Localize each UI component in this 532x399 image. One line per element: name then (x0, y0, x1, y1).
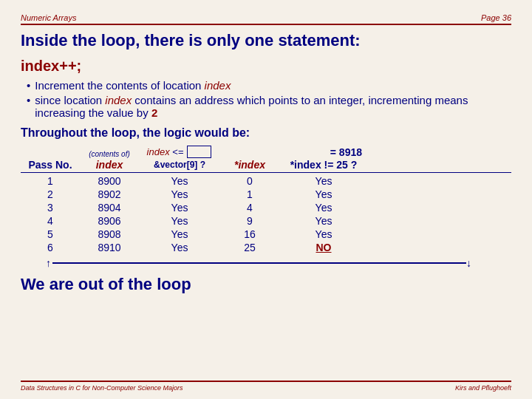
contents-of-label: (contents of) (80, 150, 139, 158)
eq-label: = 8918 (279, 146, 368, 158)
cell-pass-2: 2 (21, 188, 80, 200)
cell-lte-6: Yes (139, 242, 220, 253)
out-of-loop: We are out of the loop (21, 275, 511, 294)
bracket-box (187, 146, 211, 158)
cell-star-2: 1 (220, 188, 279, 200)
table-wrapper: (contents of) index <= = 8918 Pass No. i… (21, 146, 511, 269)
slide-title: Numeric Arrays (21, 13, 76, 22)
table-row: 5 8908 Yes 16 Yes (21, 228, 511, 241)
bottom-bar: Data Structures in C for Non-Computer Sc… (21, 381, 511, 392)
table-body: 1 8900 Yes 0 Yes 2 8902 Yes 1 Yes 3 8904… (21, 174, 511, 254)
cell-neq-4: Yes (279, 215, 368, 227)
arrow-left-icon: ↑ (46, 257, 51, 269)
col-neq: *index != 25 ? (279, 159, 368, 171)
table-row: 6 8910 Yes 25 NO (21, 241, 511, 254)
cell-pass-5: 5 (21, 228, 80, 240)
cell-index-1: 8900 (80, 175, 139, 187)
cell-neq-3: Yes (279, 202, 368, 214)
cell-neq-2: Yes (279, 188, 368, 200)
cell-lte-3: Yes (139, 202, 220, 214)
footer-left: Data Structures in C for Non-Computer Sc… (21, 384, 183, 392)
cell-pass-1: 1 (21, 175, 80, 187)
cell-index-6: 8910 (80, 242, 139, 253)
col-index: index (80, 159, 139, 171)
cell-neq-1: Yes (279, 175, 368, 187)
cell-neq-5: Yes (279, 228, 368, 240)
arrow-row: ↑ ↓ (46, 257, 511, 269)
bullet-2: since location index contains an address… (27, 94, 511, 119)
main-title: Inside the loop, there is only one state… (21, 31, 511, 50)
cell-index-2: 8902 (80, 188, 139, 200)
table-row: 4 8906 Yes 9 Yes (21, 214, 511, 228)
cell-star-1: 0 (220, 175, 279, 187)
cell-lte-1: Yes (139, 175, 220, 187)
cell-star-4: 9 (220, 215, 279, 227)
index-lte-header: index <= (139, 146, 220, 158)
cell-pass-3: 3 (21, 202, 80, 214)
table-header-row: Pass No. index &vector[9] ? *index *inde… (21, 159, 511, 173)
col-passno: Pass No. (21, 159, 80, 171)
arrow-right-icon: ↓ (466, 257, 471, 269)
cell-neq-6: NO (279, 242, 368, 253)
top-bar: Numeric Arrays Page 36 (21, 13, 511, 25)
section-title: index++; (21, 58, 511, 75)
cell-star-5: 16 (220, 228, 279, 240)
slide-page: Page 36 (481, 13, 511, 22)
table-row: 2 8902 Yes 1 Yes (21, 188, 511, 201)
cell-pass-6: 6 (21, 242, 80, 253)
col-lte2: &vector[9] ? (139, 160, 220, 170)
footer-right: Kirs and Pflughoeft (455, 384, 511, 392)
cell-index-3: 8904 (80, 202, 139, 214)
cell-pass-4: 4 (21, 215, 80, 227)
throughout-label: Throughout the loop, the logic would be: (21, 126, 511, 140)
col-star-index: *index (220, 159, 279, 171)
cell-index-4: 8906 (80, 215, 139, 227)
cell-star-6: 25 (220, 242, 279, 253)
cell-star-3: 4 (220, 202, 279, 214)
slide: Numeric Arrays Page 36 Inside the loop, … (0, 0, 532, 399)
cell-lte-2: Yes (139, 188, 220, 200)
cell-index-5: 8908 (80, 228, 139, 240)
arrow-line (52, 262, 466, 264)
bullet-1: Increment the contents of location index (27, 79, 511, 92)
table-row: 1 8900 Yes 0 Yes (21, 174, 511, 188)
cell-lte-4: Yes (139, 215, 220, 227)
cell-lte-5: Yes (139, 228, 220, 240)
bullet-list: Increment the contents of location index… (27, 79, 511, 119)
table-row: 3 8904 Yes 4 Yes (21, 201, 511, 214)
